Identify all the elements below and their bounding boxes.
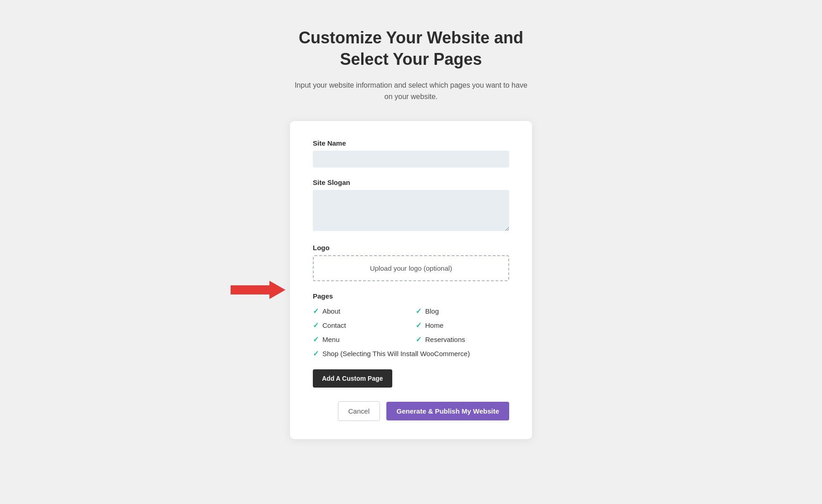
page-item-shop[interactable]: ✓ Shop (Selecting This Will Install WooC… [313,349,509,358]
site-slogan-field: Site Slogan [313,178,509,233]
page-label-shop: Shop (Selecting This Will Install WooCom… [322,349,470,358]
site-slogan-label: Site Slogan [313,178,509,186]
check-icon-blog: ✓ [416,307,422,315]
upload-logo-text: Upload your logo (optional) [370,264,452,272]
logo-field: Logo Upload your logo (optional) [313,244,509,281]
site-name-label: Site Name [313,139,509,147]
site-slogan-input[interactable] [313,190,509,231]
form-card: Site Name Site Slogan Logo Upload your l… [290,121,532,439]
page-subtitle: Input your website information and selec… [292,79,530,103]
page-label-menu: Menu [322,335,340,344]
logo-upload-area[interactable]: Upload your logo (optional) [313,255,509,281]
site-name-input[interactable] [313,151,509,168]
page-item-blog[interactable]: ✓ Blog [416,306,509,316]
publish-button[interactable]: Generate & Publish My Website [386,402,509,420]
page-title: Customize Your Website and Select Your P… [299,27,523,70]
pages-grid: ✓ About ✓ Blog ✓ Contact ✓ Home ✓ Menu ✓ [313,306,509,358]
check-icon-about: ✓ [313,307,319,315]
pages-section: Pages ✓ About ✓ Blog ✓ Contact ✓ Home ✓ … [313,292,509,358]
logo-label: Logo [313,244,509,252]
check-icon-shop: ✓ [313,349,319,358]
page-item-about[interactable]: ✓ About [313,306,406,316]
pages-label: Pages [313,292,509,300]
page-label-reservations: Reservations [425,335,465,344]
page-item-reservations[interactable]: ✓ Reservations [416,335,509,344]
page-item-contact[interactable]: ✓ Contact [313,320,406,330]
cancel-button[interactable]: Cancel [338,401,380,421]
page-label-blog: Blog [425,306,439,316]
check-icon-reservations: ✓ [416,335,422,344]
check-icon-menu: ✓ [313,335,319,344]
check-icon-contact: ✓ [313,321,319,330]
page-label-about: About [322,306,340,316]
page-item-home[interactable]: ✓ Home [416,320,509,330]
page-item-menu[interactable]: ✓ Menu [313,335,406,344]
site-name-field: Site Name [313,139,509,168]
page-label-home: Home [425,320,443,330]
svg-marker-0 [231,281,285,299]
arrow-annotation [231,281,285,299]
check-icon-home: ✓ [416,321,422,330]
add-custom-page-button[interactable]: Add A Custom Page [313,369,392,388]
form-footer: Cancel Generate & Publish My Website [313,401,509,421]
page-label-contact: Contact [322,320,346,330]
